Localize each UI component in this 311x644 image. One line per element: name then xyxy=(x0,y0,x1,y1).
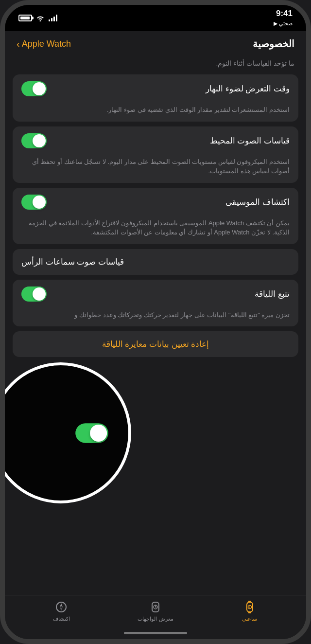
page-title: الخصوصية xyxy=(253,38,294,50)
time-display: 9:41 xyxy=(276,9,293,18)
tab-bar: اكتشاف معرض الواجهات xyxy=(5,595,306,632)
fitness-toggle[interactable] xyxy=(21,286,47,302)
play-icon: ▶ xyxy=(274,20,277,27)
compass-icon xyxy=(54,600,68,614)
music-detection-toggle[interactable] xyxy=(21,195,47,210)
headphones-block: قياسات صوت سماعات الرأس xyxy=(13,249,298,275)
music-detection-row: اكتشاف الموسيقى xyxy=(13,188,298,216)
fitness-row: تتبع اللياقة xyxy=(13,280,298,308)
fitness-desc: تخزن ميزة "تتبع اللياقة" البيانات على جه… xyxy=(13,308,298,327)
back-label: Apple Watch xyxy=(22,39,71,49)
ambient-sound-toggle[interactable] xyxy=(21,133,47,148)
fitness-toggle-knob xyxy=(33,287,46,301)
battery-icon xyxy=(18,15,32,21)
svg-marker-2 xyxy=(60,607,63,611)
daylight-label: وقت التعرض لضوء النهار xyxy=(206,84,290,94)
tab-faces[interactable]: معرض الواجهات xyxy=(138,600,173,622)
ambient-sound-block: قياسات الصوت المحيط استخدم الميكروفون لق… xyxy=(13,126,298,183)
music-detection-label: اكتشاف الموسيقى xyxy=(225,197,290,207)
wifi-icon xyxy=(36,15,45,21)
phone-frame: 9:41 ▶ صحتي الخصوصية Apple Watch › ما تؤ… xyxy=(0,0,311,644)
watch-face-icon xyxy=(149,600,162,614)
fitness-block: تتبع اللياقة تخزن ميزة "تتبع اللياقة" ال… xyxy=(13,280,298,327)
ambient-sound-label: قياسات الصوت المحيط xyxy=(210,136,290,146)
svg-rect-11 xyxy=(248,612,251,613)
dynamic-island-container xyxy=(126,9,185,27)
tab-faces-label: معرض الواجهات xyxy=(138,616,173,622)
home-indicator xyxy=(5,632,306,639)
signal-bars xyxy=(49,15,57,21)
fitness-label: تتبع اللياقة xyxy=(255,289,290,299)
svg-marker-1 xyxy=(60,603,63,607)
daylight-block: وقت التعرض لضوء النهار استخدم المستشعرات… xyxy=(13,74,298,122)
dynamic-island xyxy=(126,9,185,27)
scroll-content[interactable]: ما تؤخذ القياسات أثناء النوم. وقت التعرض… xyxy=(5,54,306,595)
music-detection-block: اكتشاف الموسيقى يمكن أن تكتشف Apple Watc… xyxy=(13,188,298,244)
music-detection-desc: يمكن أن تكتشف Apple Watch الموسيقى باستخ… xyxy=(13,216,298,244)
top-description: ما تؤخذ القياسات أثناء النوم. xyxy=(5,54,306,74)
ambient-sound-desc: استخدم الميكروفون لقياس مستويات الصوت ال… xyxy=(13,155,298,183)
ambient-toggle-knob xyxy=(33,134,46,147)
tab-discover[interactable]: اكتشاف xyxy=(44,600,78,622)
daylight-toggle[interactable] xyxy=(21,81,47,96)
daylight-toggle-knob xyxy=(33,82,46,95)
nav-header: الخصوصية Apple Watch › xyxy=(5,31,306,54)
status-right: 9:41 ▶ صحتي xyxy=(274,9,293,27)
mywatch-icon xyxy=(243,600,257,614)
svg-rect-10 xyxy=(248,601,251,602)
health-label: ▶ صحتي xyxy=(274,20,293,27)
tab-discover-label: اكتشاف xyxy=(53,616,70,622)
daylight-row: وقت التعرض لضوء النهار xyxy=(13,74,298,103)
headphones-label: قياسات صوت سماعات الرأس xyxy=(21,257,124,267)
chevron-icon: › xyxy=(17,38,20,50)
status-bar: 9:41 ▶ صحتي xyxy=(5,5,306,31)
svg-point-9 xyxy=(249,607,250,608)
tab-mywatch[interactable]: ساعتي xyxy=(233,600,267,622)
back-button[interactable]: Apple Watch › xyxy=(17,38,71,50)
daylight-desc: استخدم المستشعرات لتقدير مقدار الوقت الذ… xyxy=(13,103,298,122)
tab-mywatch-label: ساعتي xyxy=(242,616,257,622)
ambient-sound-row: قياسات الصوت المحيط xyxy=(13,126,298,155)
reset-block: إعادة تعيين بيانات معايرة اللياقة xyxy=(13,331,298,357)
home-indicator-bar xyxy=(124,632,187,634)
status-left xyxy=(18,15,57,21)
reset-button[interactable]: إعادة تعيين بيانات معايرة اللياقة xyxy=(13,331,298,357)
headphones-row: قياسات صوت سماعات الرأس xyxy=(13,249,298,275)
music-toggle-knob xyxy=(33,196,46,209)
